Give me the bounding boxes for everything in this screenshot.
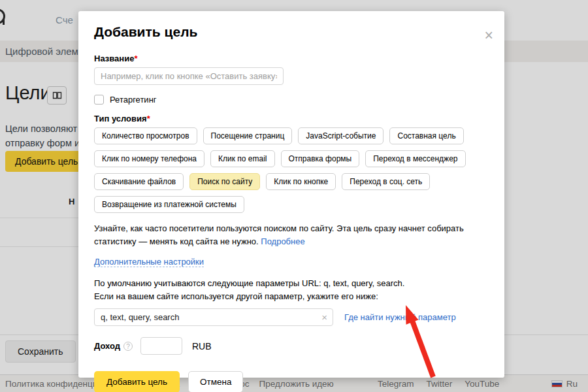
currency-label: RUB bbox=[192, 341, 212, 351]
name-field-label: Название* bbox=[94, 54, 489, 63]
search-params-input[interactable] bbox=[94, 308, 333, 326]
revenue-input[interactable] bbox=[140, 337, 182, 355]
condition-site-search-button[interactable]: Поиск по сайту bbox=[189, 173, 260, 190]
required-asterisk: * bbox=[147, 114, 150, 123]
page: Сче Цифровой элеме Цели Цели позволяют о… bbox=[0, 0, 588, 392]
name-label-text: Название bbox=[94, 54, 134, 63]
add-goal-dialog: × Добавить цель Название* Ретаргетинг Ти… bbox=[78, 11, 504, 378]
condition-page-visit-button[interactable]: Посещение страниц bbox=[203, 127, 293, 144]
params-description: По умолчанию учитываются следующие парам… bbox=[94, 277, 489, 302]
advanced-settings-link[interactable]: Дополнительные настройки bbox=[94, 257, 204, 267]
condition-type-label: Тип условия* bbox=[94, 114, 489, 123]
submit-add-goal-button[interactable]: Добавить цель bbox=[94, 371, 180, 392]
close-icon[interactable]: × bbox=[485, 28, 493, 43]
condition-type-buttons: Количество просмотров Посещение страниц … bbox=[94, 127, 489, 213]
retargeting-option[interactable]: Ретаргетинг bbox=[94, 95, 489, 105]
condition-social-button[interactable]: Переход в соц. сеть bbox=[342, 173, 430, 190]
condition-file-download-button[interactable]: Скачивание файлов bbox=[94, 173, 184, 190]
params-description-line2: Если на вашем сайте используется другой … bbox=[94, 290, 489, 303]
condition-email-click-button[interactable]: Клик по email bbox=[210, 150, 274, 167]
revenue-label: Доход bbox=[94, 341, 120, 351]
cancel-button[interactable]: Отмена bbox=[188, 371, 243, 392]
condition-pageviews-button[interactable]: Количество просмотров bbox=[94, 127, 197, 144]
revenue-row: Доход ? RUB bbox=[94, 337, 489, 355]
condition-js-event-button[interactable]: JavaScript-событие bbox=[298, 127, 384, 144]
condition-type-text: Тип условия bbox=[94, 114, 147, 123]
clear-input-icon[interactable]: × bbox=[321, 312, 327, 323]
condition-composite-button[interactable]: Составная цель bbox=[389, 127, 463, 144]
params-input-wrapper: × bbox=[94, 308, 333, 326]
retargeting-checkbox[interactable] bbox=[94, 95, 104, 105]
condition-messenger-button[interactable]: Переход в мессенджер bbox=[365, 150, 465, 167]
params-row: × Где найти нужный параметр bbox=[94, 308, 489, 326]
condition-phone-click-button[interactable]: Клик по номеру телефона bbox=[94, 150, 204, 167]
condition-button-click-button[interactable]: Клик по кнопке bbox=[266, 173, 336, 190]
find-param-link[interactable]: Где найти нужный параметр bbox=[344, 312, 456, 322]
params-description-line1: По умолчанию учитываются следующие парам… bbox=[94, 277, 489, 290]
help-question-icon[interactable]: ? bbox=[123, 342, 133, 351]
dialog-title: Добавить цель bbox=[94, 24, 489, 40]
condition-info-text: Узнайте, как часто посетители пользуются… bbox=[94, 222, 486, 248]
retargeting-label: Ретаргетинг bbox=[110, 95, 157, 105]
learn-more-link[interactable]: Подробнее bbox=[261, 237, 304, 246]
condition-form-submit-button[interactable]: Отправка формы bbox=[281, 150, 360, 167]
goal-name-input[interactable] bbox=[94, 67, 284, 85]
condition-payment-return-button[interactable]: Возвращение из платежной системы bbox=[94, 196, 244, 213]
required-asterisk: * bbox=[134, 54, 137, 63]
dialog-actions: Добавить цель Отмена bbox=[94, 371, 489, 392]
